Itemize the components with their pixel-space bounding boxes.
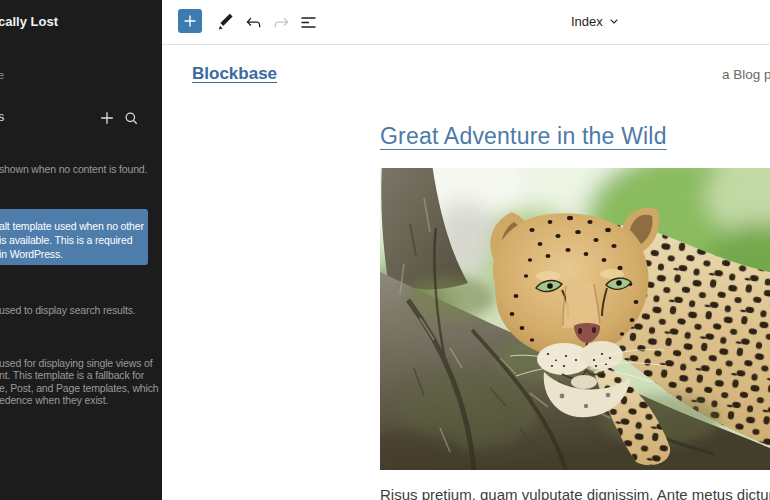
template-singular-description-line3: e, Post, and Page templates, which [0, 382, 159, 394]
edit-tool-button[interactable] [213, 10, 237, 34]
chevron-down-icon [606, 13, 622, 29]
post-title-link[interactable]: Great Adventure in the Wild [380, 123, 667, 150]
undo-icon [243, 12, 264, 33]
site-tagline[interactable]: a Blog p [722, 67, 770, 82]
document-title-dropdown[interactable]: Index [567, 11, 626, 31]
template-item-singular[interactable]: used for displaying single views of nt. … [0, 357, 159, 406]
templates-section-title: s [0, 110, 4, 124]
plus-icon [97, 108, 117, 128]
template-index-description-line2: is available. This is a required [0, 234, 148, 248]
post-body-paragraph[interactable]: Risus pretium, quam vulputate dignissim.… [380, 486, 770, 500]
redo-button[interactable] [269, 10, 293, 34]
redo-icon [271, 12, 292, 33]
template-singular-description-line4: edence when they exist. [0, 394, 159, 406]
inserter-plus-icon [180, 11, 200, 31]
block-inserter-button[interactable] [178, 9, 202, 33]
template-singular-description-line2: nt. This template is a fallback for [0, 369, 159, 381]
template-404-description: shown when no content is found. [0, 163, 147, 175]
undo-button[interactable] [241, 10, 265, 34]
list-view-icon [298, 12, 319, 33]
site-name-label: cally Lost [0, 14, 58, 29]
add-template-button[interactable] [94, 105, 120, 131]
leopard-illustration [380, 168, 770, 470]
search-icon [122, 109, 141, 128]
site-title-link[interactable]: Blockbase [192, 64, 277, 84]
edit-pencil-icon [215, 12, 236, 33]
document-title-label: Index [571, 14, 603, 29]
template-item-404[interactable]: shown when no content is found. [0, 163, 147, 175]
featured-image-leopard[interactable] [380, 168, 770, 470]
template-index-description-line3: in WordPress. [0, 248, 148, 262]
template-item-search[interactable]: used to display search results. [0, 304, 136, 316]
site-editor-window: cally Lost e s shown when no content is … [0, 0, 770, 500]
template-singular-description-line1: used for displaying single views of [0, 357, 159, 369]
search-templates-button[interactable] [118, 105, 144, 131]
sidebar-nav-item[interactable]: e [0, 69, 4, 81]
template-search-description: used to display search results. [0, 304, 136, 316]
editor-toolbar: Index [162, 0, 770, 45]
templates-sidebar: cally Lost e s shown when no content is … [0, 0, 162, 500]
template-item-index-selected[interactable]: alt template used when no other is avail… [0, 209, 148, 265]
list-view-button[interactable] [296, 10, 320, 34]
template-index-description-line1: alt template used when no other [0, 220, 148, 234]
